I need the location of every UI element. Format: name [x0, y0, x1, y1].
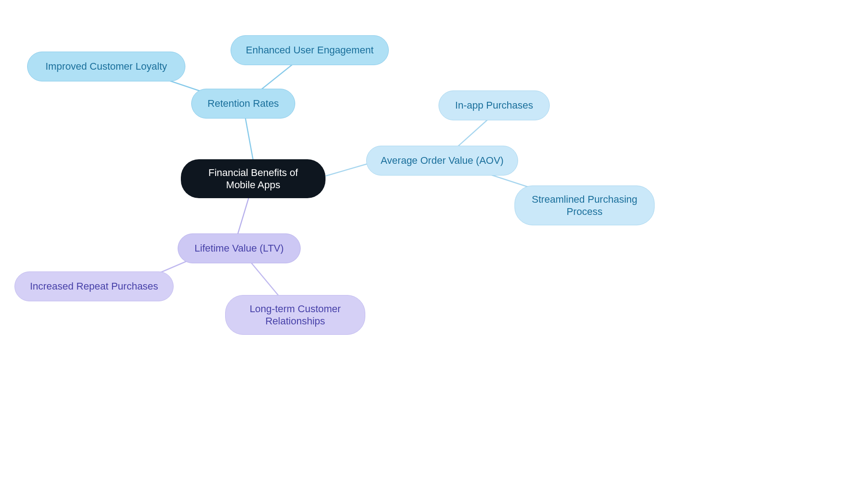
node-improved-loyalty[interactable]: Improved Customer Loyalty	[27, 52, 185, 81]
edge	[245, 119, 254, 163]
node-label: Long-term Customer Relationships	[238, 303, 352, 328]
node-ltv[interactable]: Lifetime Value (LTV)	[178, 233, 301, 263]
node-longterm-relationships[interactable]: Long-term Customer Relationships	[225, 295, 365, 335]
node-label: Retention Rates	[208, 97, 279, 110]
node-label: Improved Customer Loyalty	[46, 60, 167, 73]
node-label: Average Order Value (AOV)	[381, 154, 504, 167]
node-center[interactable]: Financial Benefits of Mobile Apps	[181, 159, 326, 198]
node-label: In-app Purchases	[455, 99, 533, 112]
node-label: Streamlined Purchasing Process	[528, 193, 642, 218]
node-retention-rates[interactable]: Retention Rates	[191, 89, 295, 119]
node-label: Lifetime Value (LTV)	[194, 242, 283, 255]
node-label: Financial Benefits of Mobile Apps	[193, 167, 313, 191]
node-streamlined-process[interactable]: Streamlined Purchasing Process	[514, 186, 655, 225]
mindmap-canvas: Financial Benefits of Mobile Apps Retent…	[0, 0, 868, 490]
edge	[326, 163, 371, 176]
edge	[260, 63, 294, 90]
edge	[457, 120, 487, 147]
node-in-app-purchases[interactable]: In-app Purchases	[439, 90, 550, 120]
node-enhanced-engagement[interactable]: Enhanced User Engagement	[231, 35, 389, 65]
node-label: Increased Repeat Purchases	[30, 280, 158, 293]
node-label: Enhanced User Engagement	[246, 44, 374, 57]
node-aov[interactable]: Average Order Value (AOV)	[366, 146, 518, 176]
node-repeat-purchases[interactable]: Increased Repeat Purchases	[14, 271, 174, 301]
